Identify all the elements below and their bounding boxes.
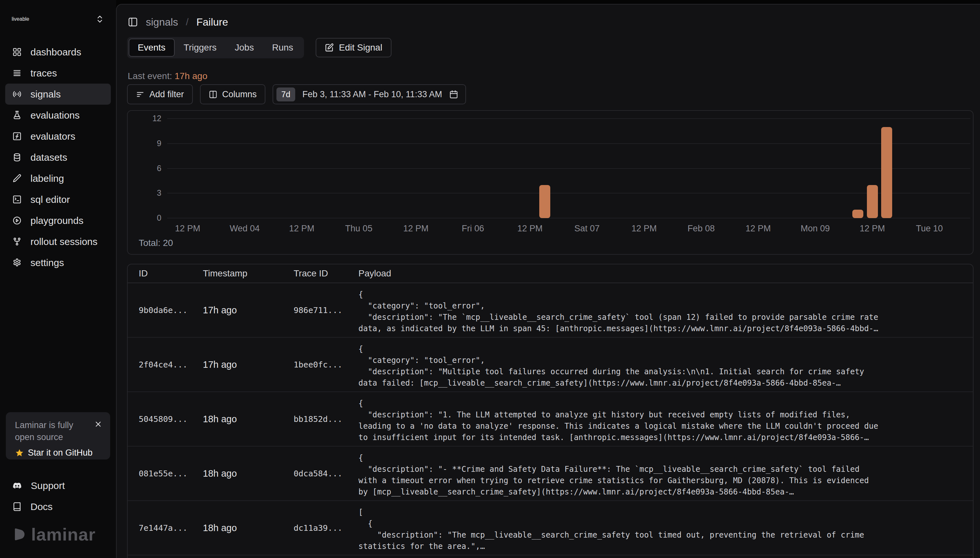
payload-json: { xyxy=(358,555,973,558)
table-header: IDTimestampTrace IDPayload xyxy=(128,264,973,283)
sidebar-item-signals[interactable]: signals xyxy=(5,84,111,105)
payload-json: { "description": "- **Crime and Safety D… xyxy=(358,446,973,498)
chart-bar[interactable] xyxy=(852,210,863,218)
payload-json: { "category": "tool_error", "description… xyxy=(358,338,973,389)
column-header-timestamp: Timestamp xyxy=(203,268,294,279)
x-axis-tick: Sat 07 xyxy=(574,223,599,234)
cell-id: 7e1447a... xyxy=(128,501,203,555)
edit-signal-label: Edit Signal xyxy=(339,43,382,53)
sql-editor-icon xyxy=(12,195,22,204)
x-axis-tick: 12 PM xyxy=(289,223,314,234)
filter-icon xyxy=(136,90,144,99)
main-panel: signals / Failure EventsTriggersJobsRuns… xyxy=(116,4,980,558)
date-range-picker[interactable]: 7d Feb 3, 11:33 AM - Feb 10, 11:33 AM xyxy=(272,84,466,104)
add-filter-button[interactable]: Add filter xyxy=(127,84,193,104)
workspace-selector[interactable]: liveable xyxy=(7,10,109,28)
cell-id: 9b0da6e... xyxy=(128,283,203,337)
cell-timestamp xyxy=(203,555,294,558)
chevrons-up-down-icon xyxy=(95,15,104,24)
table-row[interactable]: 081e55e...18h ago0dca584...{ "descriptio… xyxy=(128,446,973,501)
table-row[interactable]: 9b0da6e...17h ago986e711...{ "category":… xyxy=(128,283,973,338)
breadcrumb: signals / Failure xyxy=(128,15,228,29)
cell-id: 081e55e... xyxy=(128,446,203,500)
sidebar-footer-docs[interactable]: Docs xyxy=(5,496,111,517)
table-row[interactable]: 2f04ce4...17h ago1bee0fc...{ "category":… xyxy=(128,338,973,392)
tab-runs[interactable]: Runs xyxy=(263,39,302,57)
last-event: Last event: 17h ago xyxy=(128,71,207,81)
columns-icon xyxy=(209,90,217,99)
sidebar-footer-support[interactable]: Support xyxy=(5,475,111,496)
breadcrumb-separator: / xyxy=(186,16,189,28)
breadcrumb-section[interactable]: signals xyxy=(146,16,178,28)
table-row[interactable]: 5045809...18h agobb1852d...{ "descriptio… xyxy=(128,392,973,446)
evaluators-icon xyxy=(12,131,22,141)
tab-triggers[interactable]: Triggers xyxy=(175,39,226,57)
sidebar-item-rollout-sessions[interactable]: rollout sessions xyxy=(5,231,111,252)
star-github-link[interactable]: Star it on GitHub xyxy=(15,448,101,458)
calendar-icon xyxy=(449,90,458,99)
column-header-trace-id: Trace ID xyxy=(294,268,358,279)
panel-left-icon[interactable] xyxy=(128,17,138,27)
x-axis-tick: Tue 10 xyxy=(916,223,943,234)
y-axis-tick: 9 xyxy=(139,139,161,148)
sidebar-item-settings[interactable]: settings xyxy=(5,252,111,273)
cell-timestamp: 17h ago xyxy=(203,338,294,391)
chart-bar[interactable] xyxy=(539,185,550,218)
tab-group: EventsTriggersJobsRuns xyxy=(127,37,304,58)
sidebar-item-playgrounds[interactable]: playgrounds xyxy=(5,210,111,231)
chart-bar[interactable] xyxy=(881,127,892,218)
sidebar-item-label: traces xyxy=(30,68,57,79)
gridline xyxy=(167,143,970,144)
tab-jobs[interactable]: Jobs xyxy=(226,39,263,57)
x-axis-tick: Feb 08 xyxy=(687,223,714,234)
y-axis-tick: 6 xyxy=(139,164,161,173)
x-axis-tick: 12 PM xyxy=(631,223,657,234)
column-header-payload: Payload xyxy=(358,268,973,279)
sidebar-footer: SupportDocs xyxy=(0,475,116,517)
sidebar-item-label: playgrounds xyxy=(30,215,83,226)
star-icon xyxy=(15,448,24,458)
gridline xyxy=(167,193,970,194)
table-row[interactable]: { xyxy=(128,555,973,558)
last-event-value: 17h ago xyxy=(175,71,207,81)
x-axis-tick: 12 PM xyxy=(746,223,771,234)
tab-events[interactable]: Events xyxy=(129,39,175,57)
date-range-text: Feb 3, 11:33 AM - Feb 10, 11:33 AM xyxy=(302,89,442,100)
x-axis-tick: 12 PM xyxy=(860,223,885,234)
sidebar-nav: dashboardstracessignalsevaluationsevalua… xyxy=(0,41,116,273)
sidebar-item-label: evaluations xyxy=(30,110,80,121)
cell-trace-id xyxy=(294,555,358,558)
open-source-banner: Laminar is fully open source Star it on … xyxy=(6,412,110,460)
cell-payload: [ { "description": "The mcp__liveable__s… xyxy=(358,501,973,555)
sidebar-item-traces[interactable]: traces xyxy=(5,62,111,84)
chart-bar[interactable] xyxy=(867,185,878,218)
columns-button[interactable]: Columns xyxy=(200,84,266,104)
x-axis-tick: 12 PM xyxy=(175,223,200,234)
x-axis-tick: 12 PM xyxy=(403,223,428,234)
sidebar-item-label: labeling xyxy=(30,173,64,184)
sidebar-item-evaluations[interactable]: evaluations xyxy=(5,105,111,126)
sidebar-item-labeling[interactable]: labeling xyxy=(5,168,111,189)
cell-trace-id: 1bee0fc... xyxy=(294,338,358,391)
sidebar-item-datasets[interactable]: datasets xyxy=(5,147,111,168)
edit-signal-button[interactable]: Edit Signal xyxy=(316,38,391,57)
close-icon[interactable] xyxy=(94,420,102,428)
star-github-label: Star it on GitHub xyxy=(28,448,93,458)
laminar-logo-text: laminar xyxy=(31,524,95,544)
sidebar: liveable dashboardstracessignalsevaluati… xyxy=(0,0,116,558)
events-chart: Total: 20 12963012 PMWed 0412 PMThu 0512… xyxy=(127,110,973,255)
signals-icon xyxy=(12,89,22,99)
table-row[interactable]: 7e1447a...18h agodc11a39...[ { "descript… xyxy=(128,501,973,555)
sidebar-item-label: evaluators xyxy=(30,131,75,142)
sidebar-item-label: dashboards xyxy=(30,47,81,58)
cell-trace-id: 0dca584... xyxy=(294,446,358,500)
gridline xyxy=(167,168,970,169)
sidebar-item-sql-editor[interactable]: sql editor xyxy=(5,189,111,210)
sidebar-item-evaluators[interactable]: evaluators xyxy=(5,126,111,147)
discord-icon xyxy=(12,481,22,491)
cell-payload: { xyxy=(358,555,973,558)
workspace-name: liveable xyxy=(11,16,29,22)
cell-id: 5045809... xyxy=(128,392,203,446)
cell-payload: { "description": "- **Crime and Safety D… xyxy=(358,446,973,500)
sidebar-item-dashboards[interactable]: dashboards xyxy=(5,41,111,62)
